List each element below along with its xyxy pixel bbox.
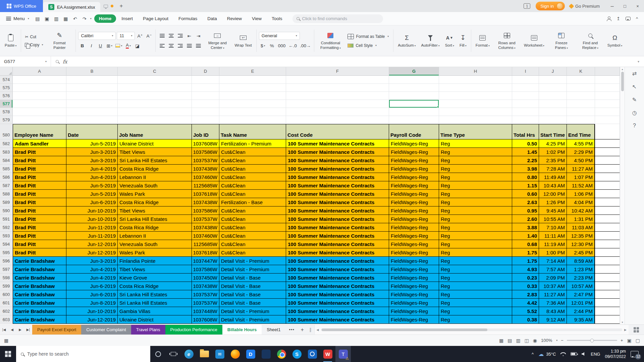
cell[interactable]: Jun-3-2019 [66,156,118,165]
font-color-button[interactable]: A▾ [124,42,132,50]
new-document-tab-button[interactable]: + [117,2,125,10]
cell[interactable]: 1037608W [192,315,219,324]
hidden-icons-chevron[interactable]: ^ [532,352,534,357]
cell[interactable] [389,76,439,84]
cell[interactable]: Reg [439,257,512,265]
qat-more-icon[interactable]: ▾ [90,17,92,20]
row-header-586[interactable]: 586 [0,173,13,181]
cell[interactable] [286,100,389,108]
add-sheet-button[interactable]: + [298,327,307,333]
align-left-button[interactable] [158,42,166,50]
cell[interactable]: Cut&Clean [219,206,286,215]
cell[interactable]: 11:03 AM [567,223,595,232]
collaborate-icon[interactable] [606,16,611,21]
table-header-cell[interactable]: Start Time [539,124,567,139]
cell[interactable]: Jun-6-2019 [66,282,118,290]
cell[interactable]: Gambia Villas [118,307,192,315]
decrease-decimal-button[interactable]: .00→ [299,42,312,50]
page-break-view-icon[interactable]: ▥ [516,338,520,343]
copy-button[interactable]: Copy▾ [23,42,44,48]
cell[interactable]: 100 Summer Maintenance Contracts [286,299,389,307]
cell[interactable] [118,76,192,84]
cell[interactable]: 100 Summer Maintenance Contracts [286,232,389,240]
cell[interactable]: 10:42 AM [567,206,595,215]
cell[interactable]: Cut&Clean [219,232,286,240]
row-header-602[interactable]: 602 [0,307,13,315]
cell[interactable]: Jun-6-2019 [66,290,118,299]
zoom-slider[interactable] [567,340,617,341]
font-size-select[interactable]: 11▾ [117,32,135,40]
cell[interactable]: Detail Visit - Base [219,274,286,282]
comma-style-button[interactable]: 000 [277,42,287,50]
worksheet-button[interactable]: Worksheet▾ [522,33,546,49]
cell[interactable]: Sri Lanka Hill Estates [118,290,192,299]
cell[interactable]: Sri Lanka Hill Estates [118,215,192,223]
history-icon[interactable]: ◷ [632,110,637,116]
cell[interactable]: 100 Summer Maintenance Contracts [286,139,389,148]
table-header-cell[interactable]: Employee Name [13,124,66,139]
cell[interactable] [66,100,118,108]
cell[interactable]: 10:55 AM [539,215,567,223]
next-sheet-button[interactable]: ▶ [16,328,24,331]
cell[interactable]: Detail Visit - Premium [219,265,286,274]
cell[interactable] [219,108,286,116]
format-button[interactable]: Format▾ [474,33,492,49]
cell[interactable]: Detail Visit - Base [219,299,286,307]
cell[interactable] [118,116,192,124]
column-header-G[interactable]: G [389,67,439,76]
cell[interactable]: 8:43 AM [539,307,567,315]
device-sync-button[interactable]: 1 [524,3,530,9]
cell[interactable]: 1037537W [192,290,219,299]
column-header-J[interactable]: J [539,67,567,76]
cell[interactable]: 1.45 [512,148,539,156]
cell[interactable]: 1037537W [192,299,219,307]
cell[interactable]: 100 Summer Maintenance Contracts [286,274,389,282]
cell[interactable]: Detail Visit - Premium [219,257,286,265]
cell[interactable] [567,100,595,108]
cell[interactable] [512,84,539,92]
cell[interactable]: 1037450W [192,274,219,282]
cell[interactable]: Reg [439,156,512,165]
cell[interactable]: 1.15 [512,181,539,190]
cell[interactable] [13,84,66,92]
cell[interactable]: 1.75 [512,257,539,265]
row-header-582[interactable]: 582 [0,139,13,148]
cut-button[interactable]: ✂ Cut [23,34,44,40]
zoom-out-button[interactable]: − [561,338,564,343]
cell[interactable]: FieldWages-Reg [389,248,439,257]
cell[interactable]: 11:11 AM [539,232,567,240]
formula-bar-expand-icon[interactable]: ▾ [638,60,639,63]
cell[interactable]: 100 Summer Maintenance Contracts [286,181,389,190]
file-explorer-taskbar-button[interactable] [197,346,212,362]
cell[interactable] [512,76,539,84]
mail-taskbar-button[interactable]: ✉ [212,346,227,362]
cell[interactable]: FieldWages-Reg [389,139,439,148]
cortana-button[interactable] [150,346,166,362]
cell[interactable]: 1037608W [192,139,219,148]
row-header-578[interactable]: 578 [0,108,13,116]
cell[interactable]: Cut&Clean [219,165,286,173]
cell[interactable]: Fertilization - Base [219,198,286,206]
cell[interactable]: Wales Park [118,248,192,257]
cell[interactable] [439,116,512,124]
cell[interactable]: Jun-5-2019 [66,139,118,148]
camera-app-taskbar-button[interactable] [305,346,320,362]
cell[interactable]: Carrie Bradshaw [13,257,66,265]
underline-button[interactable]: U [96,42,104,50]
cell[interactable] [219,84,286,92]
cell[interactable] [389,92,439,100]
cell[interactable]: Jun-12-2019 [66,240,118,248]
cell[interactable]: 10:37 AM [539,282,567,290]
decrease-indent-button[interactable]: ⇤ [185,32,193,40]
cell[interactable] [13,116,66,124]
cell[interactable]: Reg [439,173,512,181]
cell[interactable]: FieldWages-Reg [389,156,439,165]
cell[interactable]: 0.50 [512,139,539,148]
cell[interactable]: FieldWages-Reg [389,290,439,299]
cell[interactable]: Carrie Bradshaw [13,299,66,307]
cell[interactable]: 11:49 AM [539,173,567,181]
cell[interactable]: 2:09 PM [539,274,567,282]
cell[interactable] [13,100,66,108]
teams-taskbar-button[interactable]: T ⚠ [335,346,351,362]
cell[interactable]: 12:00 PM [539,190,567,198]
